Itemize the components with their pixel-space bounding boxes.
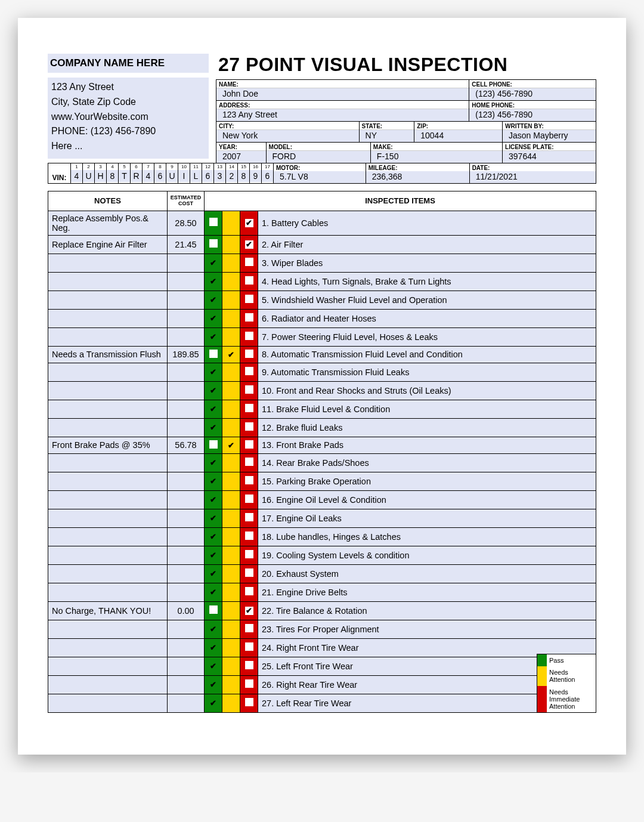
- status-green[interactable]: [205, 638, 222, 657]
- customer-home[interactable]: (123) 456-7890: [469, 109, 596, 121]
- note-cell[interactable]: [48, 381, 168, 400]
- status-green[interactable]: [205, 309, 222, 327]
- cost-cell[interactable]: [168, 620, 205, 638]
- status-red[interactable]: [240, 211, 258, 235]
- vin-digit-2[interactable]: 2U: [83, 163, 95, 183]
- customer-state[interactable]: NY: [360, 129, 414, 142]
- status-yellow[interactable]: [222, 583, 240, 601]
- note-cell[interactable]: [48, 638, 168, 657]
- note-cell[interactable]: [48, 418, 168, 437]
- value-motor[interactable]: 5.7L V8: [274, 171, 366, 183]
- customer-address[interactable]: 123 Any Street: [216, 109, 469, 121]
- cost-cell[interactable]: [168, 638, 205, 657]
- note-cell[interactable]: [48, 509, 168, 527]
- status-red[interactable]: [240, 638, 258, 657]
- cost-cell[interactable]: [168, 490, 205, 509]
- note-cell[interactable]: [48, 453, 168, 472]
- status-green[interactable]: [205, 400, 222, 418]
- status-green[interactable]: [205, 583, 222, 601]
- status-green[interactable]: [205, 620, 222, 638]
- vin-digit-8[interactable]: 86: [154, 163, 166, 183]
- customer-make[interactable]: F-150: [371, 150, 502, 163]
- status-red[interactable]: [240, 309, 258, 327]
- status-red[interactable]: [240, 346, 258, 363]
- note-cell[interactable]: Replace Assembly Pos.& Neg.: [48, 211, 168, 235]
- cost-cell[interactable]: 189.85: [168, 346, 205, 363]
- status-red[interactable]: [240, 527, 258, 546]
- vin-digit-9[interactable]: 9U: [166, 163, 178, 183]
- status-yellow[interactable]: [222, 546, 240, 564]
- vin-digit-4[interactable]: 48: [107, 163, 119, 183]
- vin-digit-7[interactable]: 74: [143, 163, 154, 183]
- status-yellow[interactable]: [222, 437, 240, 453]
- note-cell[interactable]: Replace Engine Air Filter: [48, 235, 168, 254]
- status-red[interactable]: [240, 675, 258, 694]
- status-yellow[interactable]: [222, 601, 240, 620]
- status-green[interactable]: [205, 437, 222, 453]
- vin-digit-15[interactable]: 158: [238, 163, 250, 183]
- status-green[interactable]: [205, 453, 222, 472]
- note-cell[interactable]: [48, 272, 168, 291]
- status-red[interactable]: [240, 453, 258, 472]
- status-yellow[interactable]: [222, 211, 240, 235]
- status-yellow[interactable]: [222, 472, 240, 490]
- customer-written[interactable]: Jason Mayberry: [503, 129, 596, 142]
- cost-cell[interactable]: [168, 363, 205, 381]
- vin-digit-5[interactable]: 5T: [119, 163, 131, 183]
- status-red[interactable]: [240, 381, 258, 400]
- vin-digit-6[interactable]: 6R: [131, 163, 143, 183]
- vin-digit-11[interactable]: 11L: [190, 163, 202, 183]
- cost-cell[interactable]: 21.45: [168, 235, 205, 254]
- status-green[interactable]: [205, 527, 222, 546]
- status-yellow[interactable]: [222, 400, 240, 418]
- status-yellow[interactable]: [222, 620, 240, 638]
- vin-digit-1[interactable]: 14: [71, 163, 83, 183]
- status-green[interactable]: [205, 490, 222, 509]
- cost-cell[interactable]: [168, 418, 205, 437]
- cost-cell[interactable]: [168, 509, 205, 527]
- note-cell[interactable]: [48, 327, 168, 346]
- customer-city[interactable]: New York: [216, 129, 359, 142]
- vin-digit-10[interactable]: 10I: [178, 163, 190, 183]
- customer-model[interactable]: FORD: [267, 150, 370, 163]
- cost-cell[interactable]: [168, 546, 205, 564]
- status-yellow[interactable]: [222, 694, 240, 712]
- status-yellow[interactable]: [222, 381, 240, 400]
- status-green[interactable]: [205, 272, 222, 291]
- status-yellow[interactable]: [222, 235, 240, 254]
- status-red[interactable]: [240, 437, 258, 453]
- cost-cell[interactable]: [168, 583, 205, 601]
- status-green[interactable]: [205, 381, 222, 400]
- status-green[interactable]: [205, 346, 222, 363]
- status-red[interactable]: [240, 400, 258, 418]
- status-red[interactable]: [240, 546, 258, 564]
- status-green[interactable]: [205, 363, 222, 381]
- note-cell[interactable]: Needs a Transmission Flush: [48, 346, 168, 363]
- status-yellow[interactable]: [222, 509, 240, 527]
- cost-cell[interactable]: [168, 381, 205, 400]
- note-cell[interactable]: [48, 472, 168, 490]
- status-green[interactable]: [205, 211, 222, 235]
- status-green[interactable]: [205, 235, 222, 254]
- status-yellow[interactable]: [222, 453, 240, 472]
- cost-cell[interactable]: [168, 564, 205, 583]
- note-cell[interactable]: [48, 546, 168, 564]
- status-yellow[interactable]: [222, 675, 240, 694]
- status-green[interactable]: [205, 546, 222, 564]
- note-cell[interactable]: [48, 490, 168, 509]
- note-cell[interactable]: [48, 527, 168, 546]
- value-date[interactable]: 11/21/2021: [470, 171, 596, 183]
- status-yellow[interactable]: [222, 527, 240, 546]
- cost-cell[interactable]: [168, 527, 205, 546]
- vin-digit-17[interactable]: 176: [262, 163, 274, 183]
- note-cell[interactable]: No Charge, THANK YOU!: [48, 601, 168, 620]
- note-cell[interactable]: [48, 400, 168, 418]
- status-green[interactable]: [205, 564, 222, 583]
- cost-cell[interactable]: 28.50: [168, 211, 205, 235]
- cost-cell[interactable]: [168, 272, 205, 291]
- status-green[interactable]: [205, 472, 222, 490]
- status-yellow[interactable]: [222, 254, 240, 272]
- vin-digit-14[interactable]: 142: [226, 163, 238, 183]
- customer-cell[interactable]: (123) 456-7890: [469, 88, 596, 100]
- note-cell[interactable]: [48, 363, 168, 381]
